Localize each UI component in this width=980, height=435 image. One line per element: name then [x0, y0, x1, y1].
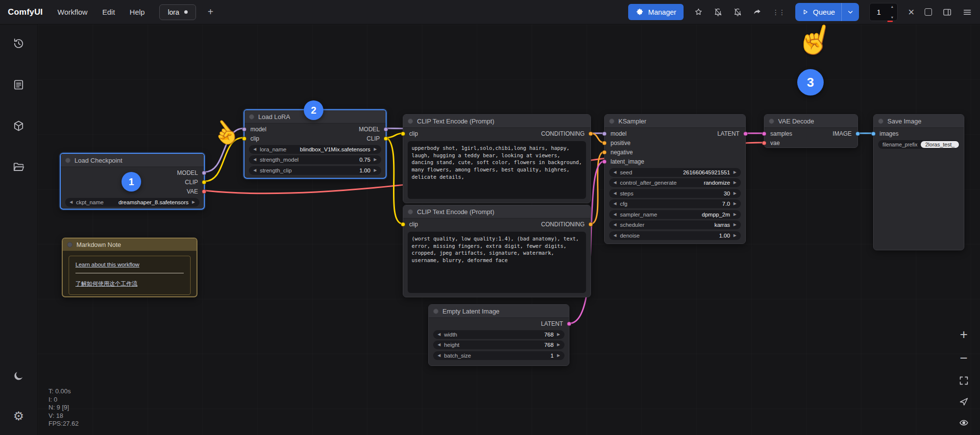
- zoom-out-button[interactable]: −: [960, 352, 968, 365]
- stop-icon[interactable]: [925, 8, 932, 16]
- input-slot-model[interactable]: [602, 131, 607, 136]
- widget-strength-model[interactable]: strength_model 0.75: [249, 155, 381, 164]
- prompt-textarea[interactable]: upperbody shot, 1girl,solo,chibi,long ha…: [408, 141, 586, 199]
- batch-spinner[interactable]: ▲ ▼: [890, 5, 894, 19]
- note-link-learn[interactable]: Learn about this workflow: [75, 262, 184, 267]
- widget-ckpt-name[interactable]: ckpt_name dreamshaper_8.safetensors: [65, 198, 199, 207]
- widget-denoise[interactable]: denoise 1.00: [609, 231, 741, 240]
- node-title-bar[interactable]: Save Image: [874, 115, 964, 128]
- node-title-bar[interactable]: CLIP Text Encode (Prompt): [403, 205, 590, 218]
- increment-icon[interactable]: [557, 333, 560, 337]
- star-icon[interactable]: [694, 7, 703, 17]
- select-cursor-icon[interactable]: [958, 396, 969, 407]
- node-title-bar[interactable]: Load Checkpoint: [61, 154, 204, 167]
- decrement-icon[interactable]: [613, 181, 616, 185]
- node-save-image[interactable]: Save Image images filename_prefix 2loras…: [873, 114, 964, 250]
- node-title-bar[interactable]: KSampler: [605, 115, 745, 128]
- prompt-textarea[interactable]: (worst quality, low quality:1.4), (bad a…: [408, 232, 586, 293]
- output-slot-model[interactable]: [202, 170, 206, 175]
- decrement-icon[interactable]: [253, 158, 256, 162]
- widget-lora-name[interactable]: lora_name blindbox_V1Mix.safetensors: [249, 145, 381, 154]
- increment-icon[interactable]: [734, 213, 736, 217]
- hamburger-menu-icon[interactable]: [962, 7, 972, 17]
- collapse-dot[interactable]: [249, 114, 254, 120]
- node-vae-decode[interactable]: VAE Decode samples IMAGE vae: [764, 114, 858, 148]
- node-title-bar[interactable]: VAE Decode: [764, 115, 858, 128]
- widget-width[interactable]: width 768: [433, 330, 564, 339]
- node-clip-text-encode-positive[interactable]: CLIP Text Encode (Prompt) clip CONDITION…: [403, 114, 591, 203]
- widget-strength-clip[interactable]: strength_clip 1.00: [249, 166, 381, 175]
- output-slot-latent[interactable]: [567, 321, 571, 326]
- batch-count-field[interactable]: 1 ▲ ▼: [869, 3, 898, 21]
- node-title-bar[interactable]: CLIP Text Encode (Prompt): [403, 115, 590, 128]
- increment-icon[interactable]: [734, 223, 736, 227]
- output-slot-vae[interactable]: [202, 189, 206, 193]
- collapse-dot[interactable]: [408, 209, 413, 215]
- workflows-folder-icon[interactable]: [12, 161, 25, 175]
- widget-scheduler[interactable]: scheduler karras: [609, 220, 741, 229]
- output-slot-conditioning[interactable]: [588, 222, 593, 226]
- increment-icon[interactable]: [734, 234, 736, 238]
- workflow-tab-lora[interactable]: lora: [159, 4, 196, 20]
- decrement-icon[interactable]: [613, 223, 616, 227]
- output-slot-latent[interactable]: [743, 131, 748, 136]
- output-slot-clip[interactable]: [202, 180, 206, 184]
- node-ksampler[interactable]: KSampler model LATENT positive negative …: [604, 114, 746, 244]
- output-slot-conditioning[interactable]: [588, 131, 593, 136]
- decrement-icon[interactable]: [613, 213, 616, 217]
- manager-button[interactable]: Manager: [628, 4, 684, 20]
- spin-down-icon[interactable]: ▼: [890, 16, 894, 19]
- input-slot-vae[interactable]: [762, 141, 766, 145]
- share-icon[interactable]: [753, 7, 762, 17]
- queue-button[interactable]: Queue: [795, 3, 859, 21]
- history-icon[interactable]: [12, 37, 25, 52]
- queue-dropdown-button[interactable]: [842, 3, 859, 21]
- menu-help[interactable]: Help: [130, 8, 145, 16]
- increment-icon[interactable]: [734, 202, 736, 206]
- decrement-icon[interactable]: [70, 200, 73, 204]
- increment-icon[interactable]: [557, 343, 560, 347]
- increment-icon[interactable]: [557, 354, 560, 358]
- drag-handle-icon[interactable]: ⋮⋮: [772, 9, 785, 16]
- decrement-icon[interactable]: [253, 147, 256, 151]
- note-link-learn-zh[interactable]: 了解如何使用这个工作流: [75, 280, 184, 288]
- node-title-bar[interactable]: Empty Latent Image: [429, 305, 569, 318]
- increment-icon[interactable]: [734, 170, 736, 174]
- widget-value[interactable]: 2loras_test_: [921, 141, 959, 148]
- queue-list-icon[interactable]: [12, 78, 25, 93]
- bell-slash-icon-2[interactable]: [733, 7, 742, 17]
- toggle-visibility-eye-icon[interactable]: [958, 417, 969, 428]
- decrement-icon[interactable]: [253, 169, 256, 172]
- increment-icon[interactable]: [374, 158, 377, 162]
- output-slot-clip[interactable]: [384, 136, 388, 141]
- menu-workflow[interactable]: Workflow: [57, 8, 87, 16]
- increment-icon[interactable]: [734, 181, 736, 185]
- bell-slash-icon[interactable]: [713, 7, 723, 17]
- decrement-icon[interactable]: [613, 170, 616, 174]
- widget-control-after-generate[interactable]: control_after_generate randomize: [609, 178, 741, 187]
- input-slot-model[interactable]: [242, 127, 246, 131]
- node-clip-text-encode-negative[interactable]: CLIP Text Encode (Prompt) clip CONDITION…: [403, 205, 591, 297]
- widget-batch-size[interactable]: batch_size 1: [433, 351, 564, 360]
- theme-moon-icon[interactable]: [13, 370, 24, 384]
- input-slot-images[interactable]: [871, 131, 876, 136]
- decrement-icon[interactable]: [613, 192, 616, 195]
- new-workflow-button[interactable]: +: [208, 6, 214, 18]
- input-slot-samples[interactable]: [762, 131, 766, 136]
- collapse-dot[interactable]: [408, 119, 413, 124]
- input-slot-positive[interactable]: [602, 141, 607, 145]
- widget-height[interactable]: height 768: [433, 340, 564, 349]
- output-slot-model[interactable]: [384, 127, 388, 131]
- node-empty-latent-image[interactable]: Empty Latent Image LATENT width 768 heig…: [428, 304, 569, 366]
- node-title-bar[interactable]: Markdown Note: [63, 239, 196, 251]
- increment-icon[interactable]: [374, 147, 377, 151]
- widget-sampler-name[interactable]: sampler_name dpmpp_2m: [609, 210, 741, 219]
- input-slot-clip[interactable]: [401, 131, 405, 136]
- panel-layout-icon[interactable]: [942, 7, 952, 17]
- input-slot-negative[interactable]: [602, 150, 607, 154]
- collapse-dot[interactable]: [65, 158, 71, 163]
- decrement-icon[interactable]: [613, 202, 616, 206]
- input-slot-latent-image[interactable]: [602, 159, 607, 164]
- output-slot-image[interactable]: [856, 131, 860, 136]
- increment-icon[interactable]: [734, 192, 736, 195]
